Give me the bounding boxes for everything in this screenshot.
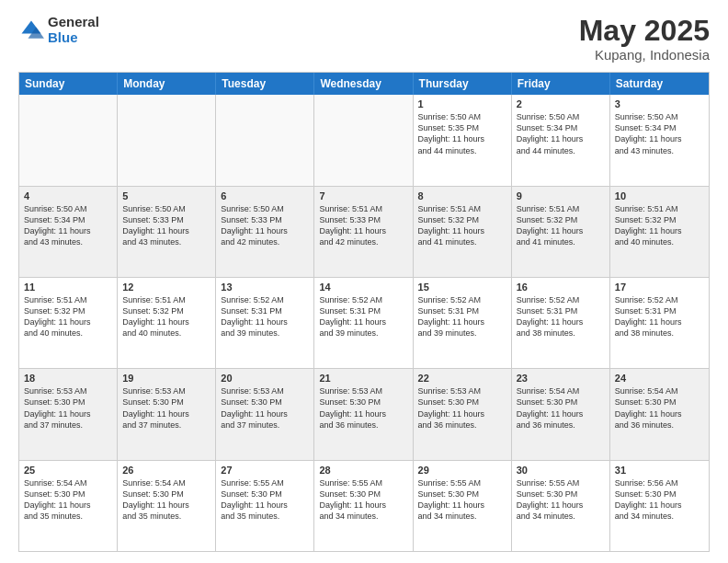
calendar-cell: 10Sunrise: 5:51 AM Sunset: 5:32 PM Dayli… xyxy=(610,187,709,277)
page: General Blue May 2025 Kupang, Indonesia … xyxy=(0,0,728,563)
cell-details: Sunrise: 5:51 AM Sunset: 5:32 PM Dayligh… xyxy=(418,203,506,248)
cell-details: Sunrise: 5:55 AM Sunset: 5:30 PM Dayligh… xyxy=(517,477,605,523)
calendar-cell: 11Sunrise: 5:51 AM Sunset: 5:32 PM Dayli… xyxy=(19,278,118,368)
calendar-cell: 7Sunrise: 5:51 AM Sunset: 5:33 PM Daylig… xyxy=(314,187,413,277)
day-number: 23 xyxy=(517,373,605,384)
calendar: SundayMondayTuesdayWednesdayThursdayFrid… xyxy=(18,72,710,552)
cell-details: Sunrise: 5:54 AM Sunset: 5:30 PM Dayligh… xyxy=(517,385,605,431)
day-number: 18 xyxy=(24,373,112,384)
day-number: 7 xyxy=(319,190,407,201)
calendar-day-header: Friday xyxy=(512,73,610,95)
calendar-cell: 4Sunrise: 5:50 AM Sunset: 5:34 PM Daylig… xyxy=(19,187,118,277)
logo-icon xyxy=(18,17,44,43)
cell-details: Sunrise: 5:51 AM Sunset: 5:32 PM Dayligh… xyxy=(615,203,704,248)
calendar-cell: 12Sunrise: 5:51 AM Sunset: 5:32 PM Dayli… xyxy=(118,278,216,368)
day-number: 5 xyxy=(122,190,210,201)
logo-general: General xyxy=(48,15,99,30)
calendar-cell xyxy=(19,95,118,185)
day-number: 11 xyxy=(24,282,112,293)
cell-details: Sunrise: 5:54 AM Sunset: 5:30 PM Dayligh… xyxy=(615,385,704,431)
calendar-cell: 19Sunrise: 5:53 AM Sunset: 5:30 PM Dayli… xyxy=(118,369,216,459)
cell-details: Sunrise: 5:53 AM Sunset: 5:30 PM Dayligh… xyxy=(24,385,112,431)
cell-details: Sunrise: 5:50 AM Sunset: 5:34 PM Dayligh… xyxy=(24,203,112,248)
day-number: 19 xyxy=(122,373,210,384)
cell-details: Sunrise: 5:56 AM Sunset: 5:30 PM Dayligh… xyxy=(615,477,704,523)
calendar-cell: 13Sunrise: 5:52 AM Sunset: 5:31 PM Dayli… xyxy=(216,278,314,368)
calendar-day-header: Tuesday xyxy=(216,73,314,95)
calendar-cell: 28Sunrise: 5:55 AM Sunset: 5:30 PM Dayli… xyxy=(314,461,413,551)
day-number: 25 xyxy=(24,465,112,476)
cell-details: Sunrise: 5:52 AM Sunset: 5:31 PM Dayligh… xyxy=(418,294,506,339)
calendar-cell: 24Sunrise: 5:54 AM Sunset: 5:30 PM Dayli… xyxy=(610,369,709,459)
calendar-cell: 21Sunrise: 5:53 AM Sunset: 5:30 PM Dayli… xyxy=(314,369,413,459)
day-number: 21 xyxy=(319,373,407,384)
day-number: 31 xyxy=(615,465,704,476)
calendar-cell: 15Sunrise: 5:52 AM Sunset: 5:31 PM Dayli… xyxy=(414,278,512,368)
cell-details: Sunrise: 5:50 AM Sunset: 5:35 PM Dayligh… xyxy=(418,111,506,156)
day-number: 17 xyxy=(615,282,704,293)
calendar-row: 1Sunrise: 5:50 AM Sunset: 5:35 PM Daylig… xyxy=(19,95,709,185)
calendar-cell: 29Sunrise: 5:55 AM Sunset: 5:30 PM Dayli… xyxy=(414,461,512,551)
cell-details: Sunrise: 5:52 AM Sunset: 5:31 PM Dayligh… xyxy=(319,294,407,339)
calendar-cell: 30Sunrise: 5:55 AM Sunset: 5:30 PM Dayli… xyxy=(512,461,610,551)
day-number: 6 xyxy=(221,190,309,201)
day-number: 29 xyxy=(418,465,506,476)
day-number: 27 xyxy=(221,465,309,476)
cell-details: Sunrise: 5:54 AM Sunset: 5:30 PM Dayligh… xyxy=(24,477,112,523)
day-number: 16 xyxy=(517,282,605,293)
cell-details: Sunrise: 5:50 AM Sunset: 5:33 PM Dayligh… xyxy=(122,203,210,248)
day-number: 12 xyxy=(122,282,210,293)
calendar-row: 25Sunrise: 5:54 AM Sunset: 5:30 PM Dayli… xyxy=(19,460,709,551)
cell-details: Sunrise: 5:51 AM Sunset: 5:32 PM Dayligh… xyxy=(517,203,605,248)
day-number: 14 xyxy=(319,282,407,293)
day-number: 2 xyxy=(517,98,605,109)
day-number: 22 xyxy=(418,373,506,384)
cell-details: Sunrise: 5:51 AM Sunset: 5:32 PM Dayligh… xyxy=(24,294,112,339)
cell-details: Sunrise: 5:53 AM Sunset: 5:30 PM Dayligh… xyxy=(418,385,506,431)
calendar-cell: 22Sunrise: 5:53 AM Sunset: 5:30 PM Dayli… xyxy=(414,369,512,459)
calendar-header: SundayMondayTuesdayWednesdayThursdayFrid… xyxy=(19,73,709,95)
day-number: 24 xyxy=(615,373,704,384)
calendar-row: 11Sunrise: 5:51 AM Sunset: 5:32 PM Dayli… xyxy=(19,277,709,368)
calendar-cell: 2Sunrise: 5:50 AM Sunset: 5:34 PM Daylig… xyxy=(512,95,610,185)
day-number: 28 xyxy=(319,465,407,476)
calendar-cell: 23Sunrise: 5:54 AM Sunset: 5:30 PM Dayli… xyxy=(512,369,610,459)
calendar-cell: 26Sunrise: 5:54 AM Sunset: 5:30 PM Dayli… xyxy=(118,461,216,551)
calendar-cell: 18Sunrise: 5:53 AM Sunset: 5:30 PM Dayli… xyxy=(19,369,118,459)
day-number: 30 xyxy=(517,465,605,476)
calendar-body: 1Sunrise: 5:50 AM Sunset: 5:35 PM Daylig… xyxy=(19,95,709,551)
cell-details: Sunrise: 5:53 AM Sunset: 5:30 PM Dayligh… xyxy=(122,385,210,431)
calendar-cell: 3Sunrise: 5:50 AM Sunset: 5:34 PM Daylig… xyxy=(610,95,709,185)
calendar-cell: 27Sunrise: 5:55 AM Sunset: 5:30 PM Dayli… xyxy=(216,461,314,551)
cell-details: Sunrise: 5:50 AM Sunset: 5:34 PM Dayligh… xyxy=(517,111,605,156)
day-number: 3 xyxy=(615,98,704,109)
calendar-cell: 25Sunrise: 5:54 AM Sunset: 5:30 PM Dayli… xyxy=(19,461,118,551)
calendar-row: 18Sunrise: 5:53 AM Sunset: 5:30 PM Dayli… xyxy=(19,368,709,459)
cell-details: Sunrise: 5:51 AM Sunset: 5:32 PM Dayligh… xyxy=(122,294,210,339)
calendar-cell xyxy=(216,95,314,185)
logo-text: General Blue xyxy=(48,15,99,45)
cell-details: Sunrise: 5:51 AM Sunset: 5:33 PM Dayligh… xyxy=(319,203,407,248)
day-number: 20 xyxy=(221,373,309,384)
calendar-cell: 17Sunrise: 5:52 AM Sunset: 5:31 PM Dayli… xyxy=(610,278,709,368)
cell-details: Sunrise: 5:55 AM Sunset: 5:30 PM Dayligh… xyxy=(418,477,506,523)
cell-details: Sunrise: 5:52 AM Sunset: 5:31 PM Dayligh… xyxy=(517,294,605,339)
calendar-day-header: Thursday xyxy=(414,73,512,95)
title-block: May 2025 Kupang, Indonesia xyxy=(579,15,710,63)
calendar-day-header: Saturday xyxy=(610,73,709,95)
calendar-cell: 31Sunrise: 5:56 AM Sunset: 5:30 PM Dayli… xyxy=(610,461,709,551)
cell-details: Sunrise: 5:50 AM Sunset: 5:34 PM Dayligh… xyxy=(615,111,704,156)
calendar-cell xyxy=(118,95,216,185)
calendar-cell: 14Sunrise: 5:52 AM Sunset: 5:31 PM Dayli… xyxy=(314,278,413,368)
day-number: 15 xyxy=(418,282,506,293)
cell-details: Sunrise: 5:55 AM Sunset: 5:30 PM Dayligh… xyxy=(319,477,407,523)
calendar-day-header: Monday xyxy=(118,73,216,95)
cell-details: Sunrise: 5:54 AM Sunset: 5:30 PM Dayligh… xyxy=(122,477,210,523)
main-title: May 2025 xyxy=(579,15,710,47)
day-number: 13 xyxy=(221,282,309,293)
subtitle: Kupang, Indonesia xyxy=(579,47,710,63)
cell-details: Sunrise: 5:53 AM Sunset: 5:30 PM Dayligh… xyxy=(319,385,407,431)
header: General Blue May 2025 Kupang, Indonesia xyxy=(18,15,710,63)
calendar-day-header: Wednesday xyxy=(314,73,413,95)
calendar-cell: 6Sunrise: 5:50 AM Sunset: 5:33 PM Daylig… xyxy=(216,187,314,277)
